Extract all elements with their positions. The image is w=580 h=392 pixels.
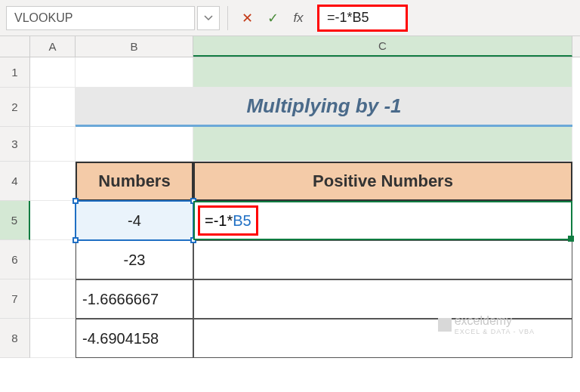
name-box[interactable]: VLOOKUP <box>6 6 195 30</box>
cell-C3[interactable] <box>193 127 572 162</box>
reference-handle[interactable] <box>72 198 79 204</box>
column-header-C[interactable]: C <box>193 36 572 57</box>
cell-A4[interactable] <box>30 162 76 201</box>
column-headers: A B C <box>0 36 580 57</box>
formula-prefix: =-1* <box>205 212 233 230</box>
cell-A3[interactable] <box>30 127 76 162</box>
insert-function-button[interactable]: fx <box>287 6 310 30</box>
cancel-button[interactable]: ✕ <box>236 6 258 30</box>
row-header-4[interactable]: 4 <box>0 162 30 201</box>
watermark-icon <box>438 318 452 332</box>
row-5: 5 -4 =-1*B5 <box>0 201 580 240</box>
row-header-3[interactable]: 3 <box>0 127 30 162</box>
formula-input[interactable]: =-1*B5 <box>317 5 408 32</box>
row-1: 1 <box>0 57 580 88</box>
row-header-2[interactable]: 2 <box>0 88 30 127</box>
worksheet: A B C 1 2 Multiplying by -1 3 4 Numbers … <box>0 36 580 358</box>
cell-B8[interactable]: -4.6904158 <box>76 319 193 358</box>
row-header-5[interactable]: 5 <box>0 201 30 240</box>
row-2: 2 Multiplying by -1 <box>0 88 580 127</box>
cell-B1[interactable] <box>76 57 193 88</box>
header-numbers[interactable]: Numbers <box>76 162 193 201</box>
formula-in-cell: =-1*B5 <box>198 205 258 236</box>
cell-B7[interactable]: -1.6666667 <box>76 279 193 319</box>
cell-A5[interactable] <box>30 201 76 240</box>
fill-handle[interactable] <box>568 236 574 242</box>
formula-bar: VLOOKUP ✕ ✓ fx =-1*B5 <box>0 0 580 36</box>
row-header-7[interactable]: 7 <box>0 279 30 319</box>
cell-C7[interactable] <box>193 279 572 319</box>
row-6: 6 -23 <box>0 240 580 279</box>
cell-A1[interactable] <box>30 57 76 88</box>
select-all-corner[interactable] <box>0 36 30 57</box>
cell-A2[interactable] <box>30 88 76 127</box>
cell-B5[interactable]: -4 <box>76 201 193 240</box>
cell-A6[interactable] <box>30 240 76 279</box>
cell-B6[interactable]: -23 <box>76 240 193 279</box>
cell-A8[interactable] <box>30 319 76 358</box>
cell-B3[interactable] <box>76 127 193 162</box>
cell-C1[interactable] <box>193 57 572 88</box>
watermark-text: exceldemy <box>455 314 512 327</box>
row-header-1[interactable]: 1 <box>0 57 30 88</box>
column-header-B[interactable]: B <box>76 36 193 57</box>
reference-handle[interactable] <box>72 237 79 243</box>
enter-button[interactable]: ✓ <box>261 6 284 30</box>
name-box-dropdown[interactable] <box>197 6 220 30</box>
row-7: 7 -1.6666667 <box>0 279 580 319</box>
divider <box>227 6 228 30</box>
row-3: 3 <box>0 127 580 162</box>
chevron-down-icon <box>204 15 213 21</box>
title-cell[interactable]: Multiplying by -1 <box>76 88 572 127</box>
cell-A7[interactable] <box>30 279 76 319</box>
cell-C5-editing[interactable]: =-1*B5 <box>193 201 572 240</box>
row-4: 4 Numbers Positive Numbers <box>0 162 580 201</box>
watermark: exceldemy EXCEL & DATA - VBA <box>438 314 535 335</box>
cell-C6[interactable] <box>193 240 572 279</box>
reference-border <box>75 200 194 241</box>
header-positive-numbers[interactable]: Positive Numbers <box>193 162 572 201</box>
watermark-subtext: EXCEL & DATA - VBA <box>455 328 535 335</box>
formula-ref: B5 <box>233 212 251 230</box>
row-header-6[interactable]: 6 <box>0 240 30 279</box>
column-header-A[interactable]: A <box>30 36 76 57</box>
row-header-8[interactable]: 8 <box>0 319 30 358</box>
